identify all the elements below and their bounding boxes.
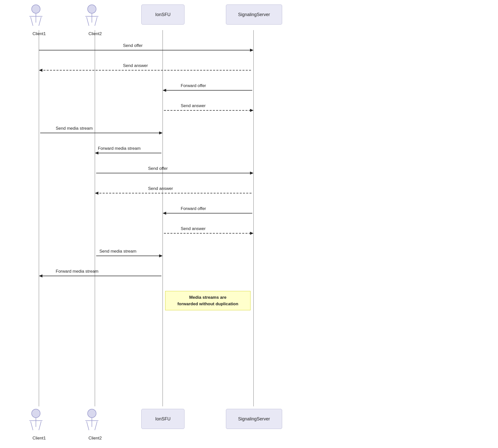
actor-client1-bottom <box>29 409 42 436</box>
actor-legs <box>30 421 41 430</box>
actor-leg-left <box>86 17 89 26</box>
svg-marker-15 <box>95 152 98 155</box>
actor-ionSFU-top-box: IonSFU <box>141 5 184 25</box>
actor-legs <box>86 421 97 430</box>
label-send-media-1: Send media stream <box>56 126 93 131</box>
diagram: Client1 Client2 IonSFU SignalingServer S… <box>0 0 498 448</box>
actor-head <box>31 5 40 14</box>
actor-arms <box>85 420 98 421</box>
actor-ionSFU-bottom-box: IonSFU <box>141 409 184 429</box>
actor-arms <box>85 16 98 17</box>
actor-leg-left <box>30 17 33 26</box>
actor-arms <box>29 420 42 421</box>
svg-marker-9 <box>163 89 166 92</box>
actor-client1-top <box>29 5 42 32</box>
label-send-media-2: Send media stream <box>99 249 136 254</box>
actor-leg-right <box>39 17 41 26</box>
actor-arms <box>29 16 42 17</box>
actor-ionSFU-bottom-label: IonSFU <box>155 416 170 422</box>
actor-signaling-top-label: SignalingServer <box>238 12 270 17</box>
svg-marker-19 <box>95 192 98 195</box>
actor-signaling-bottom-label: SignalingServer <box>238 416 270 422</box>
note-text: Media streams areforwarded without dupli… <box>177 295 238 306</box>
actor-client1-top-label: Client1 <box>30 31 49 36</box>
label-send-answer-1: Send answer <box>123 63 148 68</box>
actor-client2-top-label: Client2 <box>86 31 105 36</box>
actor-client2-bottom-label: Client2 <box>86 436 105 441</box>
arrows-svg <box>0 0 498 448</box>
actor-leg-right <box>39 421 41 430</box>
svg-marker-5 <box>250 49 254 52</box>
actor-legs <box>86 17 97 26</box>
actor-head <box>87 409 96 418</box>
svg-marker-11 <box>250 109 254 112</box>
label-forward-media-1: Forward media stream <box>98 146 141 151</box>
actor-head <box>87 5 96 14</box>
svg-marker-23 <box>250 232 254 235</box>
label-send-offer-2: Send offer <box>148 166 168 171</box>
label-send-offer-1: Send offer <box>123 43 143 48</box>
actor-legs <box>30 17 41 26</box>
actor-head <box>31 409 40 418</box>
actor-client2-top <box>85 5 98 32</box>
svg-marker-21 <box>163 212 166 215</box>
actor-leg-left <box>86 421 89 430</box>
svg-marker-25 <box>159 254 163 257</box>
actor-leg-right <box>95 421 97 430</box>
actor-client2-bottom <box>85 409 98 436</box>
label-forward-media-2: Forward media stream <box>56 269 98 274</box>
actor-leg-right <box>95 17 97 26</box>
actor-leg-left <box>30 421 33 430</box>
label-send-answer-3: Send answer <box>148 186 173 191</box>
note-box: Media streams areforwarded without dupli… <box>165 291 251 310</box>
svg-marker-13 <box>159 131 163 134</box>
actor-signaling-bottom-box: SignalingServer <box>226 409 282 429</box>
label-forward-offer-2: Forward offer <box>181 206 206 211</box>
actor-client1-bottom-label: Client1 <box>30 436 49 441</box>
label-send-answer-2: Send answer <box>181 103 206 108</box>
actor-ionSFU-top-label: IonSFU <box>155 12 170 17</box>
label-forward-offer-1: Forward offer <box>181 83 206 88</box>
svg-marker-7 <box>39 69 42 72</box>
svg-marker-17 <box>250 172 254 175</box>
actor-signaling-top-box: SignalingServer <box>226 5 282 25</box>
label-send-answer-4: Send answer <box>181 226 206 231</box>
svg-marker-27 <box>39 274 42 277</box>
